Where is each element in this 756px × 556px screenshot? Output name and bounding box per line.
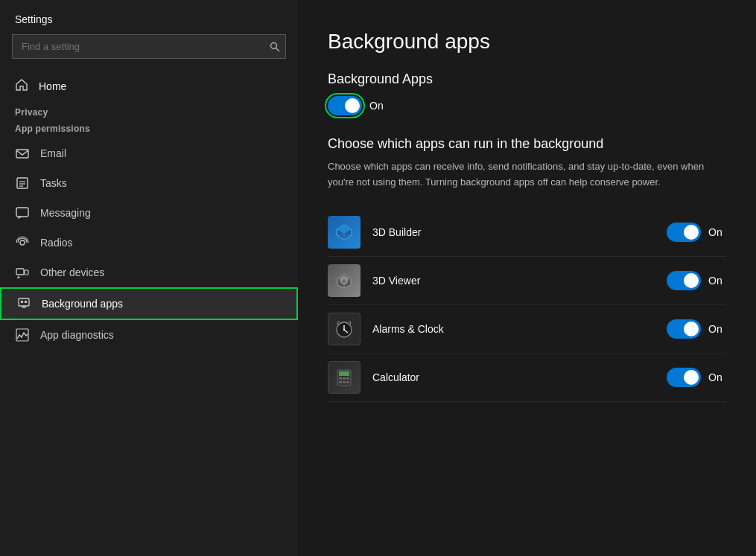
3d-builder-icon bbox=[328, 216, 360, 249]
app-diagnostics-icon bbox=[15, 327, 30, 342]
main-content: Background apps Background Apps On Choos… bbox=[298, 0, 756, 556]
svg-rect-35 bbox=[346, 381, 349, 383]
app-list: 3D Builder On 3D Viewer bbox=[328, 208, 726, 402]
svg-rect-13 bbox=[19, 298, 29, 306]
main-toggle-track bbox=[328, 96, 362, 115]
tasks-label: Tasks bbox=[40, 177, 67, 189]
alarms-clock-toggle[interactable] bbox=[667, 319, 701, 339]
svg-rect-2 bbox=[16, 150, 28, 158]
svg-rect-16 bbox=[21, 301, 23, 303]
svg-point-0 bbox=[271, 42, 277, 48]
3d-builder-toggle-row: On bbox=[667, 223, 726, 242]
messaging-label: Messaging bbox=[40, 207, 91, 219]
alarms-clock-state: On bbox=[708, 323, 726, 335]
svg-rect-33 bbox=[339, 381, 342, 383]
svg-line-1 bbox=[276, 48, 280, 51]
background-apps-icon bbox=[16, 296, 31, 311]
calculator-toggle-row: On bbox=[667, 368, 726, 387]
svg-rect-30 bbox=[339, 377, 342, 380]
page-title: Background apps bbox=[328, 30, 726, 54]
choose-section-title: Choose which apps can run in the backgro… bbox=[328, 136, 726, 152]
sidebar-item-home[interactable]: Home bbox=[0, 71, 298, 101]
svg-rect-32 bbox=[346, 377, 349, 380]
3d-builder-toggle-track bbox=[667, 223, 701, 242]
radios-label: Radios bbox=[40, 237, 73, 249]
sidebar-item-app-diagnostics[interactable]: App diagnostics bbox=[0, 320, 298, 350]
3d-viewer-name: 3D Viewer bbox=[372, 275, 655, 287]
calculator-toggle-track bbox=[667, 368, 701, 387]
sidebar-item-background-apps[interactable]: Background apps bbox=[0, 287, 298, 320]
calculator-toggle-thumb bbox=[684, 370, 699, 385]
choose-description: Choose which apps can receive info, send… bbox=[328, 159, 726, 191]
calculator-icon bbox=[328, 361, 360, 394]
search-input[interactable] bbox=[12, 34, 286, 59]
other-devices-label: Other devices bbox=[40, 266, 104, 278]
alarms-clock-toggle-track bbox=[667, 319, 701, 339]
3d-viewer-toggle-track bbox=[667, 271, 701, 290]
tasks-icon bbox=[15, 176, 30, 191]
3d-viewer-toggle[interactable] bbox=[667, 271, 701, 290]
svg-rect-9 bbox=[16, 269, 24, 275]
svg-rect-29 bbox=[339, 371, 349, 376]
sidebar: Settings Home Privacy App permissions Em… bbox=[0, 0, 298, 556]
radios-icon bbox=[15, 235, 30, 250]
main-toggle-wrap: On bbox=[328, 96, 384, 115]
search-button[interactable] bbox=[270, 42, 280, 52]
section-label: Privacy bbox=[0, 101, 298, 121]
other-devices-icon bbox=[15, 265, 30, 280]
main-toggle-row: On bbox=[328, 96, 726, 115]
svg-rect-17 bbox=[25, 301, 27, 303]
sidebar-item-radios[interactable]: Radios bbox=[0, 228, 298, 258]
messaging-icon bbox=[15, 205, 30, 220]
svg-point-8 bbox=[20, 240, 25, 245]
main-toggle-state: On bbox=[369, 100, 384, 112]
3d-viewer-icon bbox=[328, 264, 360, 297]
main-toggle-thumb bbox=[345, 98, 360, 113]
3d-viewer-state: On bbox=[708, 275, 726, 287]
app-row-3d-viewer: 3D Viewer On bbox=[328, 257, 726, 305]
app-diagnostics-label: App diagnostics bbox=[40, 329, 114, 341]
email-icon bbox=[15, 146, 30, 161]
3d-builder-state: On bbox=[708, 226, 726, 238]
app-row-alarms-clock: Alarms & Clock On bbox=[328, 305, 726, 354]
svg-rect-7 bbox=[16, 208, 28, 217]
email-label: Email bbox=[40, 147, 66, 159]
svg-rect-31 bbox=[343, 377, 346, 380]
3d-builder-name: 3D Builder bbox=[372, 226, 655, 238]
sidebar-item-messaging[interactable]: Messaging bbox=[0, 198, 298, 228]
sidebar-item-email[interactable]: Email bbox=[0, 138, 298, 168]
calculator-name: Calculator bbox=[372, 371, 655, 383]
3d-viewer-toggle-row: On bbox=[667, 271, 726, 290]
main-toggle[interactable] bbox=[328, 96, 362, 115]
app-title: Settings bbox=[0, 0, 298, 34]
app-row-calculator: Calculator On bbox=[328, 354, 726, 402]
home-label: Home bbox=[39, 80, 66, 92]
alarms-clock-toggle-thumb bbox=[684, 322, 699, 336]
svg-rect-10 bbox=[25, 270, 28, 275]
calculator-state: On bbox=[708, 371, 726, 383]
sidebar-item-tasks[interactable]: Tasks bbox=[0, 168, 298, 198]
3d-builder-toggle-thumb bbox=[684, 225, 699, 240]
alarms-clock-name: Alarms & Clock bbox=[372, 323, 655, 335]
alarms-clock-icon bbox=[328, 313, 360, 345]
3d-builder-toggle[interactable] bbox=[667, 223, 701, 242]
app-row-3d-builder: 3D Builder On bbox=[328, 208, 726, 257]
sidebar-item-other-devices[interactable]: Other devices bbox=[0, 258, 298, 287]
alarms-clock-toggle-row: On bbox=[667, 319, 726, 339]
home-icon bbox=[15, 78, 28, 94]
app-permissions-label: App permissions bbox=[0, 121, 298, 138]
search-box bbox=[12, 34, 286, 59]
svg-point-27 bbox=[343, 328, 345, 330]
background-apps-label: Background apps bbox=[42, 298, 123, 310]
svg-rect-34 bbox=[343, 381, 346, 383]
background-apps-heading: Background Apps bbox=[328, 71, 726, 87]
calculator-toggle[interactable] bbox=[667, 368, 701, 387]
3d-viewer-toggle-thumb bbox=[684, 273, 699, 288]
svg-rect-3 bbox=[17, 178, 28, 188]
